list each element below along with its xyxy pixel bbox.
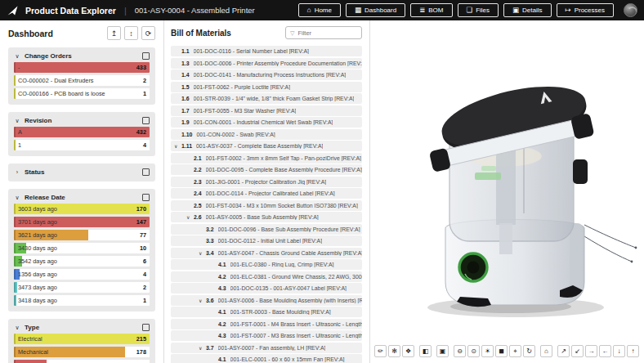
bom-row[interactable]: 1.9001-CON-0001 - Industrial Chemical We… (171, 117, 362, 128)
collapse-all-button[interactable]: ↥ (107, 26, 121, 40)
bom-row[interactable]: 2.5001-FST-0034 - M3 x 10mm Socket Butto… (171, 200, 362, 211)
bom-row[interactable]: 4.2001-FST-0001 - M4 Brass Insert - Ultr… (171, 319, 362, 329)
bom-row[interactable]: 2.3001-JIG-0001 - Projector Calibration … (171, 177, 362, 187)
dashboard-bar-row[interactable]: Electrical215 (14, 334, 150, 344)
chevron-down-icon[interactable]: ∨ (199, 298, 206, 303)
view-left-button[interactable]: ← (599, 345, 611, 357)
bom-row[interactable]: 3.2001-DOC-0096 - Base Sub Assembly Proc… (171, 224, 362, 235)
chevron-right-icon: › (14, 169, 20, 175)
nav-button-label: Home (315, 7, 332, 14)
header-nav: ⌂Home▦Dashboard≣BOM❏Files▣Details↦Proces… (298, 3, 615, 17)
section-select-checkbox[interactable] (142, 324, 150, 331)
visibility-icon: ⊙ (471, 347, 476, 355)
bom-row[interactable]: 4.2001-ELC-0381 - Ground Wire Chassis, 2… (171, 271, 362, 282)
bom-row[interactable]: 4.3001-FST-0007 - M3 Brass Insert - Ultr… (171, 330, 362, 341)
dashboard-bar-row[interactable]: 3621 days ago77 (14, 230, 150, 240)
home-view-button[interactable]: ⌂ (540, 345, 552, 357)
chevron-down-icon[interactable]: ∨ (199, 345, 206, 351)
dashboard-bar-row[interactable]: CO-000002 - Dual Extruders2 (14, 75, 150, 86)
bom-row[interactable]: 1.6001-STR-0039 - 1/4" wide, 1/8" thick … (171, 93, 362, 104)
bom-row[interactable]: ∨1.11001-ASY-0037 - Complete Base Assemb… (171, 141, 362, 151)
dashboard-bar-row[interactable]: 1356 days ago4 (14, 269, 150, 280)
dashboard-bar-row[interactable]: 3542 days ago6 (14, 256, 150, 267)
dashboard-bar-row[interactable]: 3473 days ago2 (14, 282, 150, 293)
nav-button-files[interactable]: ❏Files (458, 3, 499, 17)
bar-fill (14, 140, 16, 150)
bar-value: 1 (143, 295, 146, 306)
nav-button-bom[interactable]: ≣BOM (410, 3, 452, 17)
markup-pen-button[interactable]: ✏ (374, 345, 387, 357)
expand-all-button[interactable]: ↕ (124, 26, 138, 40)
bom-row[interactable]: 2.4001-DOC-0114 - Projector Calibrated L… (171, 188, 362, 199)
zoom-fit-button[interactable]: ⌖ (509, 345, 521, 357)
bar-label: CO-000166 - PCB board is loose (18, 88, 105, 99)
nav-button-processes[interactable]: ↦Processes (557, 3, 614, 17)
dashboard-bar-row[interactable]: 14 (14, 140, 150, 150)
bom-row[interactable]: 2.1001-FST-0002 - 3mm x 8mm Self Tap - P… (171, 153, 362, 164)
dashboard-bar-row[interactable]: A432 (14, 127, 150, 137)
bom-row[interactable]: 4.1001-ELC-0001 - 60 x 60 x 15mm Fan [RE… (171, 354, 362, 363)
visibility-button[interactable]: ⊙ (467, 345, 480, 357)
dashboard-bar-row[interactable]: 3603 days ago170 (14, 204, 150, 214)
bom-row[interactable]: 1.7001-FST-0055 - M3 Star Washer [REV:A] (171, 105, 362, 116)
printer-3d-model[interactable] (400, 68, 638, 329)
section-header[interactable]: ›Status (14, 168, 150, 176)
bom-row[interactable]: 4.1001-STR-0003 - Base Moulding [REV:A] (171, 307, 362, 317)
section-select-checkbox[interactable] (142, 194, 150, 201)
bom-row[interactable]: ∨3.6001-ASY-0006 - Base Moulding Assembl… (171, 295, 362, 306)
bom-item-number: 4.3 (218, 285, 226, 291)
bom-row[interactable]: 3.3001-DOC-0112 - Initial Unit Label [RE… (171, 235, 362, 246)
bar-fill (14, 75, 16, 86)
section-plane-button[interactable]: ⊖ (454, 345, 466, 357)
chevron-down-icon[interactable]: ∨ (174, 143, 181, 149)
bom-row[interactable]: 1.10001-CON-0002 - Swab [REV:A] (171, 129, 362, 140)
view-up-button[interactable]: ↑ (627, 345, 639, 357)
section-select-checkbox[interactable] (142, 52, 150, 60)
refresh-button[interactable]: ⟳ (141, 26, 155, 40)
bom-row[interactable]: 4.1001-ELC-0380 - Ring Lug, Crimp [REV:A… (171, 259, 362, 270)
dashboard-bar-row[interactable]: CO-000166 - PCB board is loose1 (14, 88, 150, 99)
bom-row[interactable]: 2.2001-DOC-0095 - Complete Base Assembly… (171, 164, 362, 175)
view-bottom-left-button[interactable]: ↙ (571, 345, 584, 357)
bom-row[interactable]: ∨3.7001-ASY-0007 - Fan assembly, LH [REV… (171, 343, 362, 353)
bom-row[interactable]: 4.3001-DOC-0135 - 001-ASY-0047 Label [RE… (171, 283, 362, 294)
rotate-button[interactable]: ↻ (523, 345, 535, 357)
nav-button-label: BOM (428, 7, 443, 14)
render-settings-button[interactable]: ✻ (388, 345, 400, 357)
bom-item-number: 4.2 (218, 321, 226, 327)
view-top-right-button[interactable]: ↗ (557, 345, 570, 357)
dashboard-bar-row[interactable]: 3430 days ago10 (14, 243, 150, 253)
view-down-button[interactable]: ↓ (613, 345, 625, 357)
view-right-icon: → (588, 347, 595, 355)
dashboard-bar-row[interactable]: 3701 days ago147 (14, 217, 150, 227)
chevron-down-icon[interactable]: ∨ (186, 214, 194, 220)
bom-row[interactable]: 1.5001-FST-0062 - Purple Loctite [REV:A] (171, 82, 362, 92)
dashboard-bar-row[interactable]: Packaging42 (14, 360, 150, 363)
view-right-button[interactable]: → (585, 345, 597, 357)
material-button[interactable]: ◼ (495, 345, 508, 357)
screenshot-button[interactable]: ▣ (436, 345, 449, 357)
section-header[interactable]: ∨Change Orders (14, 52, 150, 60)
nav-button-dashboard[interactable]: ▦Dashboard (346, 3, 405, 17)
bom-row[interactable]: ∨2.6001-ASY-0005 - Base Sub Assembly [RE… (171, 212, 362, 222)
dashboard-bar-row[interactable]: Mechanical178 (14, 347, 150, 357)
section-header[interactable]: ∨Type (14, 324, 150, 331)
chevron-down-icon[interactable]: ∨ (199, 250, 206, 256)
bom-filter-input[interactable] (297, 29, 357, 37)
contrast-button[interactable]: ◧ (419, 345, 432, 357)
bom-row[interactable]: 1.4001-DOC-0141 - Manufacturing Process … (171, 69, 362, 80)
section-header[interactable]: ∨Release Date (14, 194, 150, 201)
section-header[interactable]: ∨Revision (14, 117, 150, 124)
dashboard-bar-row[interactable]: 3418 days ago1 (14, 295, 150, 306)
section-select-checkbox[interactable] (142, 117, 150, 124)
bom-row[interactable]: ∨3.4001-ASY-0047 - Chassis Ground Cable … (171, 248, 362, 258)
bom-row[interactable]: 1.3001-DOC-0006 - Printer Assembly Proce… (171, 58, 362, 69)
section-select-checkbox[interactable] (142, 168, 150, 176)
nav-button-details[interactable]: ▣Details (503, 3, 551, 17)
bom-row[interactable]: 1.1001-DOC-0116 - Serial Number Label [R… (171, 46, 362, 56)
user-avatar[interactable] (624, 3, 637, 17)
explode-view-button[interactable]: ❖ (402, 345, 414, 357)
dashboard-bar-row[interactable]: -433 (14, 62, 150, 73)
nav-button-home[interactable]: ⌂Home (298, 3, 341, 17)
brightness-button[interactable]: ☀ (481, 345, 494, 357)
